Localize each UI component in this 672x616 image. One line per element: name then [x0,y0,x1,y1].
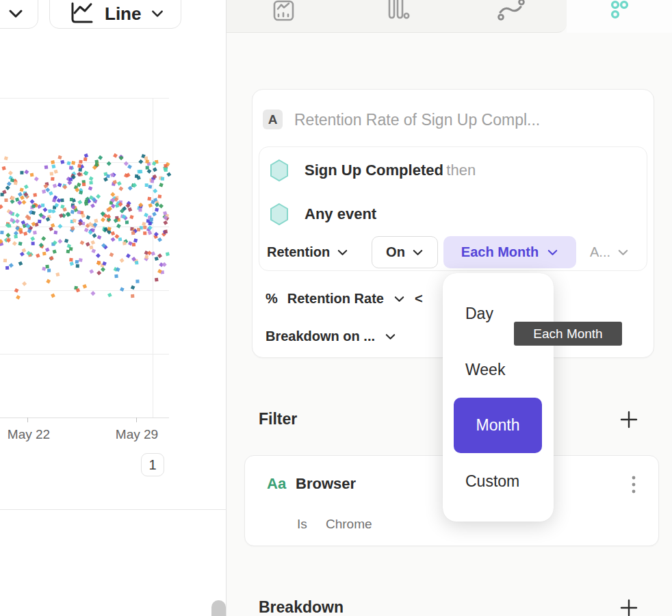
retention-scatter-canvas [0,0,171,424]
tab-retention-view-active[interactable] [567,0,672,33]
line-chart-icon [69,2,95,25]
hover-tooltip: Each Month [514,322,622,346]
tab-flow-view[interactable] [454,0,567,33]
partial-hidden-text: < [415,291,423,307]
pagination-page-button[interactable]: 1 [141,453,164,476]
interval-menu: Day Week Month Custom [443,273,554,522]
line-chart-panel-icon [270,0,297,25]
breakdown-section-heading: Breakdown [259,598,344,616]
menu-item-day[interactable]: Day [465,305,493,323]
filter-section-heading: Filter [259,410,297,428]
breakdown-on-dropdown[interactable]: Breakdown on ... [266,329,396,344]
series-letter: A [268,112,278,127]
interval-label: Each Month [461,244,539,260]
chevron-down-icon [385,333,396,341]
percent-icon: % [266,291,278,307]
event-hexagon-icon [269,203,289,226]
event-row-2[interactable]: Any event [269,203,376,226]
tooltip-text: Each Month [533,326,602,342]
flow-icon [494,0,527,26]
tab-line-chart-view[interactable] [227,0,340,33]
actor-dropdown[interactable]: A... [590,244,629,260]
retention-dots-icon [604,0,634,26]
on-dropdown[interactable]: On [372,236,438,268]
filter-operator[interactable]: Is [297,517,307,532]
x-tick-label: May 29 [108,427,166,442]
tab-bar-chart-view[interactable] [340,0,454,33]
measured-as-dropdown[interactable]: % Retention Rate < [266,291,423,307]
event-row-1[interactable]: Sign Up Completed then [269,159,476,182]
chevron-down-icon [151,9,164,18]
on-label: On [386,244,405,260]
actor-label: A... [590,244,610,260]
interval-dropdown[interactable]: Each Month [443,236,576,268]
retention-mode-label: Retention [267,244,330,260]
add-breakdown-button[interactable] [619,598,638,616]
metric-label: Retention Rate [287,291,384,307]
chevron-down-icon [8,8,24,19]
filter-value[interactable]: Chrome [326,517,372,532]
kebab-menu-icon[interactable] [629,474,638,498]
event-name: Any event [305,205,376,223]
query-title[interactable]: Retention Rate of Sign Up Compl... [294,111,540,129]
menu-item-week[interactable]: Week [465,361,505,379]
chart-type-label: Line [105,3,141,25]
chevron-down-icon [547,248,558,257]
menu-item-custom[interactable]: Custom [465,472,519,491]
event-suffix: then [446,162,476,179]
chevron-down-icon [337,248,348,257]
event-hexagon-icon [269,159,289,182]
filter-property-name[interactable]: Browser [296,475,356,493]
chart-type-line-button[interactable]: Line [49,0,181,29]
breakdown-on-label: Breakdown on ... [266,329,375,344]
chevron-down-icon [412,248,424,257]
add-filter-button[interactable] [619,410,638,429]
horizontal-divider [0,509,227,510]
series-label-badge: A [263,110,283,129]
event-name: Sign Up Completed [305,162,443,179]
chevron-down-icon [617,248,629,257]
property-type-icon: Aa [267,475,286,493]
menu-item-month-selected[interactable]: Month [454,398,542,453]
collapsed-toolbar-button[interactable] [0,0,38,29]
scrollbar-thumb[interactable] [211,600,226,616]
x-tick-label: May 22 [0,427,57,442]
bar-chart-icon [381,0,413,25]
chevron-down-icon [393,295,405,303]
retention-mode-dropdown[interactable]: Retention [267,244,348,260]
page-number: 1 [148,457,156,473]
app-root: Line May 22 May 29 1 [0,0,672,616]
chart-panel: Line May 22 May 29 1 [0,0,227,616]
